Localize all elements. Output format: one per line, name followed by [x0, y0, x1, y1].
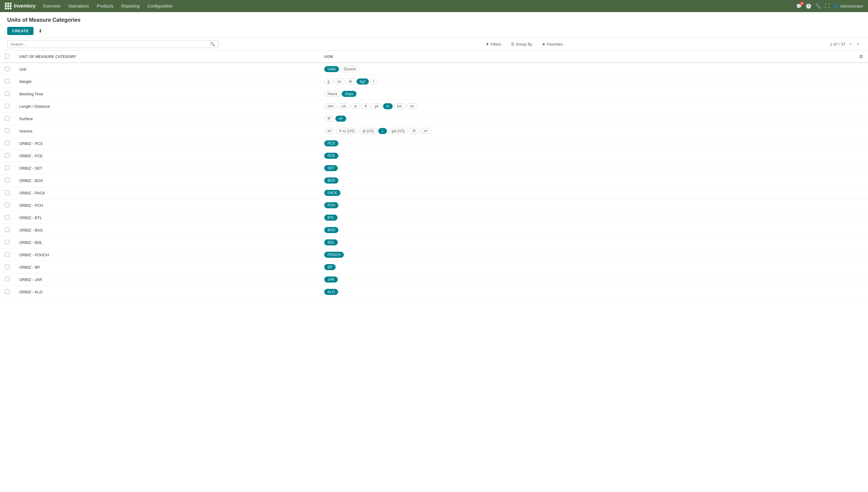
uom-tag[interactable]: L	[378, 128, 387, 134]
uom-tag[interactable]: mi	[406, 103, 417, 109]
row-checkbox[interactable]	[5, 277, 10, 281]
row-checkbox[interactable]	[5, 141, 10, 146]
uom-tag[interactable]: BAG	[324, 227, 338, 233]
uom-tag[interactable]: m	[383, 103, 393, 109]
uom-tag[interactable]: lb	[346, 78, 355, 84]
next-page-button[interactable]: ›	[856, 41, 861, 47]
uom-tag[interactable]: mm	[324, 103, 337, 109]
row-checkbox[interactable]	[5, 91, 10, 96]
settings-icon[interactable]: 🔧	[815, 3, 821, 9]
row-checkbox[interactable]	[5, 103, 10, 108]
download-button[interactable]: ⬇	[36, 27, 45, 35]
row-checkbox[interactable]	[5, 190, 10, 195]
row-checkbox[interactable]	[5, 202, 10, 207]
row-checkbox[interactable]	[5, 252, 10, 257]
app-logo[interactable]: Inventory	[5, 3, 35, 9]
table-row[interactable]: ORBIZ - JARJAR	[0, 273, 868, 286]
uom-tag[interactable]: PCE	[324, 153, 338, 159]
uom-tag[interactable]: PCS	[324, 140, 338, 146]
uom-tag[interactable]: BP	[324, 264, 336, 270]
uom-tag[interactable]: Days	[342, 91, 357, 97]
admin-menu[interactable]: 👤 Administrator	[833, 4, 863, 8]
table-row[interactable]: ORBIZ - BOXBOX	[0, 174, 868, 187]
uom-tag[interactable]: oz	[334, 78, 345, 84]
row-checkbox[interactable]	[5, 178, 10, 182]
row-checkbox[interactable]	[5, 67, 10, 71]
uom-tag[interactable]: fl oz (US)	[336, 128, 358, 134]
row-checkbox[interactable]	[5, 215, 10, 220]
chat-icon[interactable]: 💬 4	[796, 3, 802, 9]
table-row[interactable]: Working TimeHoursDays	[0, 88, 868, 100]
uom-tag[interactable]: in	[351, 103, 360, 109]
select-all-checkbox[interactable]	[5, 54, 10, 58]
table-row[interactable]: ORBIZ - SETSET	[0, 162, 868, 174]
table-row[interactable]: Volumein³fl oz (US)qt (US)Lgal (US)ft³m³	[0, 125, 868, 137]
nav-configuration[interactable]: Configuration	[144, 2, 176, 10]
favorites-button[interactable]: ★ Favorites	[540, 41, 565, 48]
nav-reporting[interactable]: Reporting	[117, 2, 143, 10]
create-button[interactable]: CREATE	[7, 27, 33, 35]
row-checkbox[interactable]	[5, 128, 10, 133]
uom-tag[interactable]: ft	[361, 103, 370, 109]
row-checkbox[interactable]	[5, 264, 10, 269]
uom-tag[interactable]: qt (US)	[359, 128, 377, 134]
uom-tag[interactable]: in³	[324, 128, 335, 134]
search-input[interactable]	[10, 42, 210, 47]
search-filter-bar: 🔍 ▼ Filters ☰ Group By ★ Favorites 1-37 …	[0, 38, 868, 51]
uom-tag[interactable]: BDL	[324, 239, 338, 245]
table-row[interactable]: ORBIZ - PCEPCE	[0, 150, 868, 162]
prev-page-button[interactable]: ‹	[848, 41, 853, 47]
uom-tag[interactable]: g	[324, 78, 333, 84]
uom-tag[interactable]: ft²	[324, 116, 334, 122]
search-box[interactable]: 🔍	[7, 40, 218, 48]
filters-button[interactable]: ▼ Filters	[483, 41, 504, 48]
table-row[interactable]: ORBIZ - BDLBDL	[0, 236, 868, 249]
uom-tag[interactable]: t	[370, 78, 377, 84]
row-checkbox[interactable]	[5, 166, 10, 170]
column-settings-button[interactable]: ⚙	[859, 54, 863, 59]
nav-operations[interactable]: Operations	[64, 2, 92, 10]
table-row[interactable]: ORBIZ - BAGBAG	[0, 224, 868, 236]
uom-tag[interactable]: POUCH	[324, 252, 344, 258]
uom-tag[interactable]: cm	[338, 103, 349, 109]
table-row[interactable]: Weightgozlbkg2t	[0, 75, 868, 88]
table-row[interactable]: Surfaceft²m²	[0, 113, 868, 125]
nav-products[interactable]: Products	[93, 2, 117, 10]
uom-tag[interactable]: m²	[335, 116, 346, 122]
uom-tag[interactable]: PACK	[324, 190, 341, 196]
row-checkbox[interactable]	[5, 289, 10, 294]
table-row[interactable]: ORBIZ - PCHPCH	[0, 199, 868, 212]
table-row[interactable]: Length / Distancemmcminftydmkmmi	[0, 100, 868, 113]
uom-tag[interactable]: kg2	[357, 78, 369, 84]
table-row[interactable]: ORBIZ - PCSPCS	[0, 137, 868, 150]
table-row[interactable]: ORBIZ - BPBP	[0, 261, 868, 273]
uom-tag[interactable]: Units	[324, 66, 339, 72]
table-row[interactable]: ORBIZ - BTLBTL	[0, 212, 868, 224]
nav-overview[interactable]: Overview	[39, 2, 64, 10]
row-checkbox[interactable]	[5, 240, 10, 245]
uom-tag[interactable]: gal (US)	[388, 128, 408, 134]
uom-tag[interactable]: SET	[324, 165, 338, 171]
uom-tag[interactable]: KLG	[324, 289, 338, 295]
fullscreen-icon[interactable]: ⛶	[825, 3, 830, 9]
uom-tag[interactable]: ft³	[409, 128, 419, 134]
uom-tag[interactable]: PCH	[324, 202, 338, 208]
uom-tag[interactable]: JAR	[324, 276, 338, 282]
clock-icon[interactable]: 🕐	[806, 3, 812, 9]
uom-tag[interactable]: yd	[371, 103, 382, 109]
uom-tag[interactable]: m³	[420, 128, 431, 134]
table-row[interactable]: UnitUnitsDozens	[0, 63, 868, 75]
uom-tag[interactable]: BTL	[324, 215, 338, 221]
groupby-button[interactable]: ☰ Group By	[508, 41, 535, 48]
uom-tag[interactable]: Dozens	[340, 66, 359, 72]
row-checkbox[interactable]	[5, 227, 10, 232]
uom-tag[interactable]: km	[394, 103, 405, 109]
uom-tag[interactable]: BOX	[324, 177, 338, 183]
table-row[interactable]: ORBIZ - KLGKLG	[0, 286, 868, 298]
row-checkbox[interactable]	[5, 79, 10, 83]
table-row[interactable]: ORBIZ - PACKPACK	[0, 187, 868, 199]
row-checkbox[interactable]	[5, 153, 10, 158]
uom-tag[interactable]: Hours	[324, 91, 341, 97]
table-row[interactable]: ORBIZ - POUCHPOUCH	[0, 249, 868, 261]
row-checkbox[interactable]	[5, 116, 10, 121]
